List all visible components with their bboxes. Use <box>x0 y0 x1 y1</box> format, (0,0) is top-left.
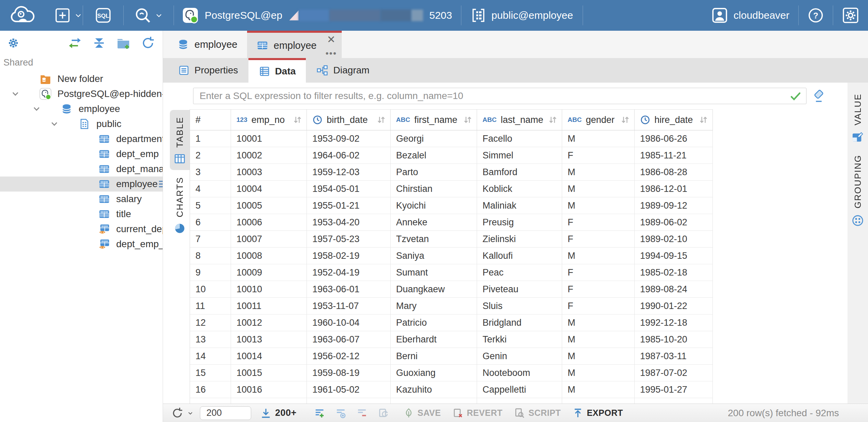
grid-cell-gender[interactable]: M <box>562 248 635 264</box>
grid-cell-hire_date[interactable]: 1992-12-18 <box>635 314 713 331</box>
grid-cell-birth_date[interactable]: 1959-12-03 <box>307 164 391 181</box>
panel-tab-grouping[interactable]: GROUPING <box>851 149 864 233</box>
connection-search-button[interactable] <box>134 6 163 24</box>
grid-cell-emp_no[interactable]: 10008 <box>231 248 307 264</box>
presenter-tab-charts[interactable]: CHARTS <box>170 170 190 239</box>
sync-connections-icon[interactable] <box>68 36 82 50</box>
tree-item-dept-manager[interactable]: dept_manager <box>0 161 163 177</box>
tree-item-public[interactable]: public <box>0 116 163 131</box>
user-menu[interactable]: cloudbeaver <box>711 7 789 24</box>
grid-cell-first_name[interactable]: Mary <box>391 298 477 314</box>
grid-cell-gender[interactable]: F <box>562 214 635 231</box>
grid-cell-first_name[interactable]: Berni <box>391 348 477 365</box>
settings-button[interactable] <box>842 7 859 24</box>
grid-cell-hire_date[interactable]: 1989-08-24 <box>635 281 713 298</box>
grid-cell-hire_date[interactable]: 1986-12-01 <box>635 181 713 197</box>
grid-cell-birth_date[interactable]: 1953-11-07 <box>307 298 391 314</box>
grid-cell-last_name[interactable]: Kalloufi <box>477 248 562 264</box>
column-header-hire_date[interactable]: hire_date <box>635 109 713 130</box>
grid-cell-hire_date[interactable]: 1985-02-18 <box>635 264 713 281</box>
grid-cell-birth_date[interactable]: 1959-08-19 <box>307 365 391 381</box>
sql-editor-button[interactable]: SQL <box>95 7 112 24</box>
grid-cell-gender[interactable]: F <box>562 264 635 281</box>
grid-cell-last_name[interactable]: Zielinski <box>477 231 562 248</box>
grid-cell-first_name[interactable]: Georgi <box>391 130 477 147</box>
grid-cell-first_name[interactable]: Chirstian <box>391 181 477 197</box>
row-number-cell[interactable]: 1 <box>190 130 231 147</box>
tree-item-dept-emp[interactable]: dept_emp <box>0 146 163 161</box>
tree-item-title[interactable]: title <box>0 207 163 222</box>
revert-button[interactable]: REVERT <box>452 408 502 419</box>
grid-cell-birth_date[interactable]: 1953-04-20 <box>307 214 391 231</box>
delete-row-button[interactable] <box>356 407 368 419</box>
grid-cell-emp_no[interactable]: 10015 <box>231 365 307 381</box>
grid-cell-gender[interactable]: M <box>562 130 635 147</box>
grid-cell-last_name[interactable]: Peac <box>477 264 562 281</box>
tree-item-dept-emp-latest-date[interactable]: dept_emp_latest_date <box>0 237 163 252</box>
refresh-tree-icon[interactable] <box>141 36 155 50</box>
grid-cell-gender[interactable]: F <box>562 147 635 164</box>
grid-cell-first_name[interactable]: Sumant <box>391 264 477 281</box>
column-header-rownum[interactable]: # <box>190 109 231 130</box>
grid-cell-first_name[interactable]: Bezalel <box>391 147 477 164</box>
grid-cell-birth_date[interactable]: 1963-06-07 <box>307 331 391 348</box>
grid-cell-emp_no[interactable]: 10005 <box>231 197 307 214</box>
new-folder-icon[interactable] <box>116 36 131 50</box>
grid-cell-gender[interactable]: F <box>562 231 635 248</box>
sort-arrows-icon[interactable] <box>547 115 558 125</box>
grid-cell-hire_date[interactable]: 1989-06-02 <box>635 214 713 231</box>
grid-cell-emp_no[interactable]: 10011 <box>231 298 307 314</box>
row-number-cell[interactable]: 2 <box>190 147 231 164</box>
grid-cell-gender[interactable]: M <box>562 197 635 214</box>
row-limit-input[interactable] <box>200 406 251 420</box>
grid-cell-birth_date[interactable]: 1963-06-01 <box>307 281 391 298</box>
column-header-first_name[interactable]: ABCfirst_name <box>391 109 477 130</box>
grid-cell-first_name[interactable]: Patricio <box>391 314 477 331</box>
sort-arrows-icon[interactable] <box>698 115 708 125</box>
tree-item-menu-icon[interactable] <box>158 178 163 190</box>
grid-cell-birth_date[interactable]: 1958-02-19 <box>307 248 391 264</box>
grid-cell-emp_no[interactable]: 10014 <box>231 348 307 365</box>
tab-menu-dots-icon[interactable]: ••• <box>326 51 337 56</box>
grid-cell-last_name[interactable]: Facello <box>477 130 562 147</box>
grid-cell-birth_date[interactable]: 1955-01-21 <box>307 197 391 214</box>
sort-arrows-icon[interactable] <box>376 115 386 125</box>
grid-cell-first_name[interactable]: Tzvetan <box>391 231 477 248</box>
row-number-cell[interactable]: 14 <box>190 348 231 365</box>
apply-filter-check-icon[interactable] <box>789 90 802 102</box>
schema-selector[interactable]: public@employee <box>471 8 573 23</box>
grid-cell-gender[interactable]: M <box>562 331 635 348</box>
close-tab-icon[interactable]: ✕ <box>327 35 336 44</box>
grid-cell-last_name[interactable]: Genin <box>477 348 562 365</box>
grid-cell-hire_date[interactable]: 1994-09-15 <box>635 248 713 264</box>
grid-cell-birth_date[interactable]: 1954-05-01 <box>307 181 391 197</box>
column-header-last_name[interactable]: ABClast_name <box>477 109 562 130</box>
grid-cell-hire_date[interactable]: 1985-11-21 <box>635 147 713 164</box>
reset-filter-eraser-icon[interactable] <box>812 89 826 103</box>
grid-cell-birth_date[interactable]: 1961-05-02 <box>307 381 391 398</box>
sort-arrows-icon[interactable] <box>620 115 630 125</box>
grid-cell-last_name[interactable]: Preusig <box>477 214 562 231</box>
grid-cell-hire_date[interactable]: 1995-01-27 <box>635 381 713 398</box>
grid-cell-emp_no[interactable]: 10016 <box>231 381 307 398</box>
auto-refresh-button[interactable] <box>377 407 389 419</box>
grid-cell-hire_date[interactable]: 1986-06-26 <box>635 130 713 147</box>
fetch-more-rows-button[interactable]: 200+ <box>260 407 297 419</box>
grid-cell-emp_no[interactable]: 10010 <box>231 281 307 298</box>
grid-cell-emp_no[interactable]: 10009 <box>231 264 307 281</box>
sort-arrows-icon[interactable] <box>462 115 473 125</box>
grid-cell-first_name[interactable]: Kyoichi <box>391 197 477 214</box>
grid-cell-birth_date[interactable]: 1952-04-19 <box>307 264 391 281</box>
row-number-cell[interactable]: 16 <box>190 381 231 398</box>
grid-cell-hire_date[interactable]: 1989-02-10 <box>635 231 713 248</box>
grid-cell-first_name[interactable]: Guoxiang <box>391 365 477 381</box>
grid-cell-first_name[interactable]: Duangkaew <box>391 281 477 298</box>
sql-filter-input[interactable] <box>193 88 806 104</box>
grid-cell-hire_date[interactable]: 1987-07-02 <box>635 365 713 381</box>
tree-item-postgresql-ep-hidden-[interactable]: PostgreSQL@ep-hidden-... <box>0 86 163 101</box>
duplicate-row-button[interactable] <box>335 407 347 419</box>
view-tab-properties[interactable]: Properties <box>168 58 248 83</box>
grid-cell-first_name[interactable]: Kazuhito <box>391 381 477 398</box>
grid-cell-first_name[interactable]: Anneke <box>391 214 477 231</box>
grid-cell-last_name[interactable]: Piveteau <box>477 281 562 298</box>
